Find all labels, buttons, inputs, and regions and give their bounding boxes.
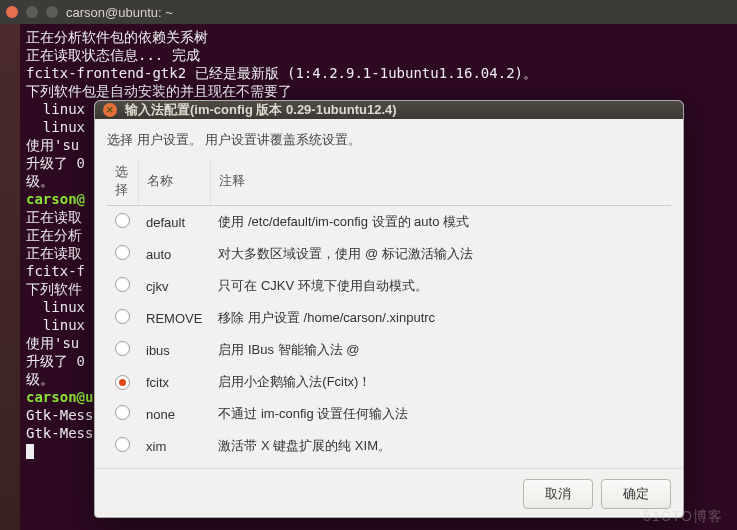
table-row[interactable]: xim激活带 X 键盘扩展的纯 XIM。	[107, 430, 671, 462]
cursor-icon	[26, 444, 34, 459]
dialog-instruction: 选择 用户设置。 用户设置讲覆盖系统设置。	[107, 131, 671, 149]
terminal-line: linux	[26, 317, 85, 333]
terminal-line: 使用'su	[26, 137, 79, 153]
table-row[interactable]: none不通过 im-config 设置任何输入法	[107, 398, 671, 430]
terminal-line: fcitx-frontend-gtk2 已经是最新版 (1:4.2.9.1-1u…	[26, 65, 537, 81]
option-note: 启用 IBus 智能输入法 @	[210, 334, 671, 366]
option-name: auto	[138, 238, 210, 270]
option-name: none	[138, 398, 210, 430]
terminal-line: 正在分析软件包的依赖关系树	[26, 29, 208, 45]
dialog-title: 输入法配置(im-config 版本 0.29-1ubuntu12.4)	[125, 101, 397, 119]
ok-button[interactable]: 确定	[601, 479, 671, 509]
terminal-line: 正在读取	[26, 209, 82, 225]
terminal-line: linux	[26, 299, 85, 315]
dialog-body: 选择 用户设置。 用户设置讲覆盖系统设置。 选择 名称 注释 default使用…	[95, 119, 683, 468]
terminal-line: 下列软件包是自动安装的并且现在不需要了	[26, 83, 292, 99]
option-note: 移除 用户设置 /home/carson/.xinputrc	[210, 302, 671, 334]
radio-icon[interactable]	[115, 405, 130, 420]
close-icon[interactable]	[6, 6, 18, 18]
options-table: 选择 名称 注释 default使用 /etc/default/im-confi…	[107, 159, 671, 462]
table-row[interactable]: default使用 /etc/default/im-config 设置的 aut…	[107, 206, 671, 239]
terminal-line: linux	[26, 119, 85, 135]
terminal-line: 使用'su	[26, 335, 79, 351]
option-name: ibus	[138, 334, 210, 366]
option-name: xim	[138, 430, 210, 462]
watermark: 51CTO博客	[643, 508, 723, 526]
table-row[interactable]: ibus启用 IBus 智能输入法 @	[107, 334, 671, 366]
minimize-icon[interactable]	[26, 6, 38, 18]
option-note: 只可在 CJKV 环境下使用自动模式。	[210, 270, 671, 302]
table-row[interactable]: REMOVE移除 用户设置 /home/carson/.xinputrc	[107, 302, 671, 334]
radio-icon[interactable]	[115, 245, 130, 260]
terminal-line: 正在分析	[26, 227, 82, 243]
cancel-button[interactable]: 取消	[523, 479, 593, 509]
dialog-titlebar[interactable]: ✕ 输入法配置(im-config 版本 0.29-1ubuntu12.4)	[95, 101, 683, 119]
option-note: 对大多数区域设置，使用 @ 标记激活输入法	[210, 238, 671, 270]
maximize-icon[interactable]	[46, 6, 58, 18]
table-row[interactable]: auto对大多数区域设置，使用 @ 标记激活输入法	[107, 238, 671, 270]
close-icon[interactable]: ✕	[103, 103, 117, 117]
terminal-line: 级。	[26, 173, 54, 189]
col-note[interactable]: 注释	[210, 159, 671, 206]
radio-icon[interactable]	[115, 375, 130, 390]
terminal-line: fcitx-f	[26, 263, 85, 279]
col-select[interactable]: 选择	[107, 159, 138, 206]
terminal-line: 正在读取	[26, 245, 82, 261]
radio-icon[interactable]	[115, 341, 130, 356]
unity-launcher[interactable]	[0, 24, 20, 530]
option-note: 激活带 X 键盘扩展的纯 XIM。	[210, 430, 671, 462]
table-row[interactable]: cjkv只可在 CJKV 环境下使用自动模式。	[107, 270, 671, 302]
terminal-prompt: carson@	[26, 191, 85, 207]
radio-icon[interactable]	[115, 277, 130, 292]
desktop: carson@ubuntu: ~ 正在分析软件包的依赖关系树 正在读取状态信息.…	[0, 0, 737, 530]
terminal-line: linux	[26, 101, 85, 117]
option-note: 使用 /etc/default/im-config 设置的 auto 模式	[210, 206, 671, 239]
option-name: fcitx	[138, 366, 210, 398]
dialog-footer: 取消 确定	[95, 468, 683, 518]
terminal-prompt: carson@u	[26, 389, 93, 405]
option-note: 启用小企鹅输入法(Fcitx)！	[210, 366, 671, 398]
radio-icon[interactable]	[115, 213, 130, 228]
terminal-line: 级。	[26, 371, 54, 387]
radio-icon[interactable]	[115, 309, 130, 324]
window-title: carson@ubuntu: ~	[66, 5, 173, 20]
terminal-line: 下列软件	[26, 281, 82, 297]
col-name[interactable]: 名称	[138, 159, 210, 206]
im-config-dialog: ✕ 输入法配置(im-config 版本 0.29-1ubuntu12.4) 选…	[94, 100, 684, 518]
table-row[interactable]: fcitx启用小企鹅输入法(Fcitx)！	[107, 366, 671, 398]
option-name: REMOVE	[138, 302, 210, 334]
option-note: 不通过 im-config 设置任何输入法	[210, 398, 671, 430]
radio-icon[interactable]	[115, 437, 130, 452]
option-name: cjkv	[138, 270, 210, 302]
window-titlebar: carson@ubuntu: ~	[0, 0, 737, 24]
option-name: default	[138, 206, 210, 239]
terminal-line: 正在读取状态信息... 完成	[26, 47, 200, 63]
